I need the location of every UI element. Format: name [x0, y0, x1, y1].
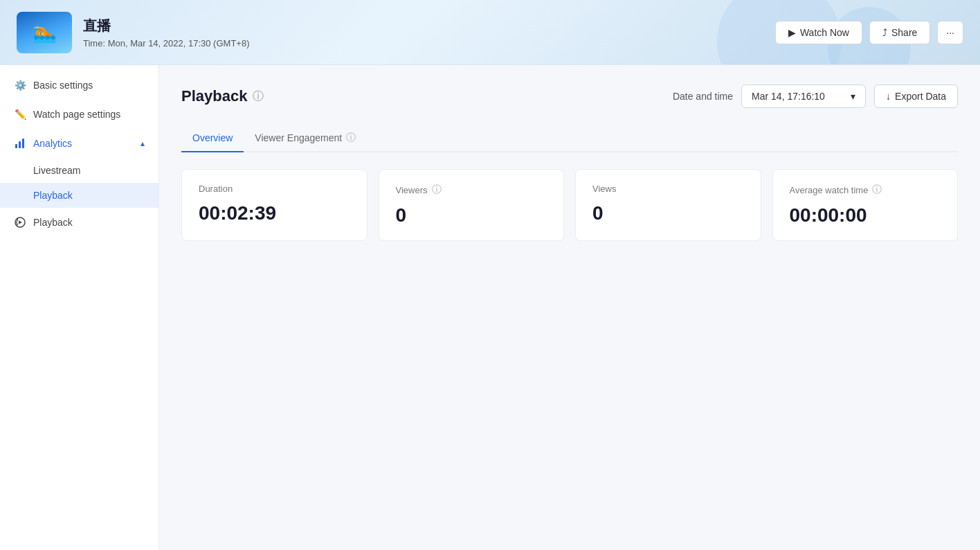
- sidebar-sub-item-livestream[interactable]: Livestream: [0, 158, 158, 183]
- stat-card-views: Views 0: [575, 169, 761, 241]
- sidebar-item-watch-page-settings[interactable]: ✏️ Watch page settings: [0, 100, 158, 129]
- gear-icon: ⚙️: [14, 79, 26, 91]
- svg-rect-1: [19, 141, 21, 148]
- viewers-label: Viewers ⓘ: [396, 184, 547, 196]
- stream-title: 直播: [83, 17, 775, 35]
- page-header: 🏊 直播 Time: Mon, Mar 14, 2022, 17:30 (GMT…: [0, 0, 980, 65]
- playback-info-icon[interactable]: ⓘ: [253, 89, 264, 104]
- sidebar-item-analytics[interactable]: Analytics ▴: [0, 129, 158, 158]
- avg-watch-time-label: Average watch time ⓘ: [790, 184, 941, 196]
- date-label: Date and time: [673, 91, 733, 102]
- duration-label: Duration: [199, 184, 350, 194]
- share-icon: ⤴: [882, 27, 887, 38]
- sidebar: ⚙️ Basic settings ✏️ Watch page settings…: [0, 65, 159, 550]
- header-actions: ▶ Watch Now ⤴ Share ···: [775, 21, 963, 44]
- page-title-row: Playback ⓘ: [181, 87, 264, 105]
- page-title: Playback: [181, 87, 247, 105]
- watch-now-button[interactable]: ▶ Watch Now: [775, 21, 862, 44]
- svg-rect-2: [22, 139, 24, 148]
- edit-icon: ✏️: [14, 108, 26, 121]
- views-label: Views: [592, 184, 744, 194]
- stat-card-duration: Duration 00:02:39: [181, 169, 368, 241]
- stream-subtitle: Time: Mon, Mar 14, 2022, 17:30 (GMT+8): [83, 38, 775, 48]
- more-button[interactable]: ···: [937, 21, 963, 44]
- svg-rect-0: [15, 144, 17, 148]
- export-data-button[interactable]: ↓ Export Data: [874, 85, 958, 108]
- tab-overview[interactable]: Overview: [181, 125, 244, 152]
- layout: ⚙️ Basic settings ✏️ Watch page settings…: [0, 65, 980, 550]
- stream-thumbnail: 🏊: [17, 12, 72, 53]
- avg-watch-time-value: 00:00:00: [790, 204, 941, 227]
- chevron-up-icon: ▴: [140, 139, 145, 148]
- tabs: Overview Viewer Engagement ⓘ: [181, 125, 958, 152]
- stats-grid: Duration 00:02:39 Viewers ⓘ 0 Views 0: [181, 169, 958, 241]
- download-icon: ↓: [886, 91, 891, 102]
- viewers-info-icon[interactable]: ⓘ: [432, 184, 442, 196]
- sidebar-item-playback2[interactable]: Playback: [0, 208, 158, 237]
- avg-watch-time-info-icon[interactable]: ⓘ: [872, 184, 882, 196]
- playback-icon: [14, 216, 26, 229]
- date-dropdown[interactable]: Mar 14, 17:16:10 ▾: [741, 85, 866, 108]
- dropdown-chevron-icon: ▾: [851, 91, 855, 102]
- page-controls: Date and time Mar 14, 17:16:10 ▾ ↓ Expor…: [673, 85, 958, 108]
- viewer-engagement-info-icon[interactable]: ⓘ: [346, 132, 356, 144]
- play-icon: ▶: [788, 27, 796, 38]
- stream-info: 直播 Time: Mon, Mar 14, 2022, 17:30 (GMT+8…: [83, 17, 775, 48]
- sidebar-item-basic-settings[interactable]: ⚙️ Basic settings: [0, 71, 158, 100]
- content-page-header: Playback ⓘ Date and time Mar 14, 17:16:1…: [181, 85, 958, 108]
- analytics-icon: [14, 137, 26, 150]
- share-button[interactable]: ⤴ Share: [869, 21, 930, 44]
- main-content: Playback ⓘ Date and time Mar 14, 17:16:1…: [159, 65, 980, 550]
- stat-card-avg-watch-time: Average watch time ⓘ 00:00:00: [772, 169, 959, 241]
- viewers-value: 0: [396, 204, 547, 227]
- duration-value: 00:02:39: [199, 202, 350, 224]
- tab-viewer-engagement[interactable]: Viewer Engagement ⓘ: [244, 125, 367, 152]
- sidebar-sub-item-playback[interactable]: Playback: [0, 183, 158, 208]
- stat-card-viewers: Viewers ⓘ 0: [379, 169, 565, 241]
- thumbnail-emoji: 🏊: [33, 21, 57, 44]
- views-value: 0: [592, 202, 744, 224]
